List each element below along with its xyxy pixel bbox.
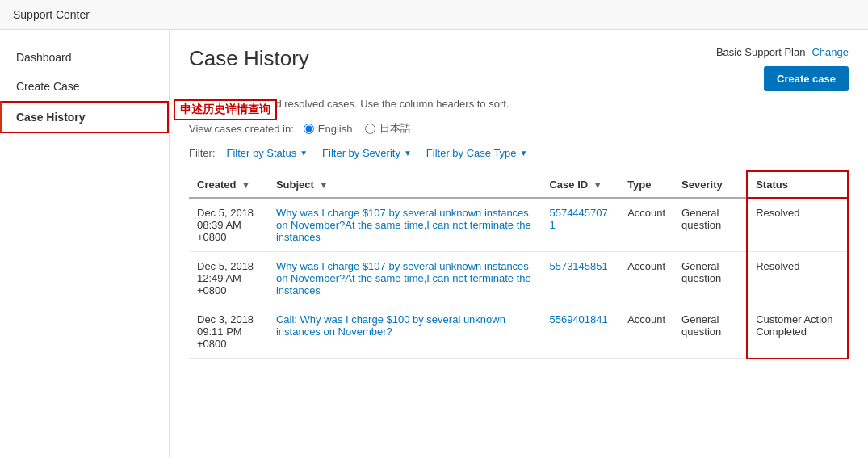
cell-created: Dec 5, 2018 12:49 AM +0800 xyxy=(189,252,268,305)
cell-severity: General question xyxy=(673,252,747,305)
table-row: Dec 5, 2018 12:49 AM +0800 Why was I cha… xyxy=(189,252,848,305)
sort-icon: ▼ xyxy=(241,180,250,190)
table-container: Created ▼ Subject ▼ Case ID ▼ Type xyxy=(189,170,849,359)
cell-status: Resolved xyxy=(747,252,848,305)
filter-row: Filter: Filter by Status ▼ Filter by Sev… xyxy=(189,145,849,161)
subject-link[interactable]: Why was I charge $107 by several unknown… xyxy=(276,207,531,243)
main-content: Case History Basic Support Plan Change C… xyxy=(170,30,868,457)
chevron-down-icon: ▼ xyxy=(300,149,308,158)
create-case-button[interactable]: Create case xyxy=(764,66,849,91)
cell-status: Customer Action Completed xyxy=(747,305,848,359)
cell-subject: Why was I charge $107 by several unknown… xyxy=(268,198,542,252)
support-plan: Basic Support Plan Change xyxy=(716,46,849,58)
cell-status: Resolved xyxy=(747,198,848,252)
header-right: Basic Support Plan Change Create case xyxy=(716,46,849,91)
sidebar-item-dashboard[interactable]: Dashboard xyxy=(0,43,169,72)
cell-subject: Why was I charge $107 by several unknown… xyxy=(268,252,542,305)
sort-icon: ▼ xyxy=(320,180,329,190)
radio-japanese[interactable] xyxy=(365,124,375,134)
col-severity: Severity xyxy=(673,171,747,198)
filter-by-status-button[interactable]: Filter by Status ▼ xyxy=(224,145,312,161)
cell-subject: Call: Why was I charge $100 by several u… xyxy=(268,305,542,359)
col-case-id[interactable]: Case ID ▼ xyxy=(541,171,619,198)
sort-icon: ▼ xyxy=(593,180,602,190)
language-label: View cases created in: xyxy=(189,123,294,135)
case-id-link[interactable]: 5569401841 xyxy=(549,313,607,326)
sidebar-item-case-history[interactable]: Case History xyxy=(0,101,169,133)
support-plan-change-link[interactable]: Change xyxy=(811,46,849,58)
language-option-english[interactable]: English xyxy=(304,123,353,135)
cell-severity: General question xyxy=(673,305,747,359)
filter-by-case-type-button[interactable]: Filter by Case Type ▼ xyxy=(423,145,531,161)
top-bar: Support Center xyxy=(0,0,868,30)
page-header: Case History Basic Support Plan Change C… xyxy=(189,46,849,91)
cell-type: Account xyxy=(619,198,673,252)
case-id-link[interactable]: 5574445707 1 xyxy=(549,207,607,231)
filter-by-severity-button[interactable]: Filter by Severity ▼ xyxy=(319,145,415,161)
col-created[interactable]: Created ▼ xyxy=(189,171,268,198)
case-id-link[interactable]: 5573145851 xyxy=(549,260,607,272)
cell-type: Account xyxy=(619,252,673,305)
subject-link[interactable]: Why was I charge $107 by several unknown… xyxy=(276,260,531,296)
table-row: Dec 3, 2018 09:11 PM +0800 Call: Why was… xyxy=(189,305,848,359)
language-radio-group: English 日本語 xyxy=(304,121,412,136)
annotation-sidebar: 申述历史详情查询 xyxy=(174,99,277,120)
cases-table: Created ▼ Subject ▼ Case ID ▼ Type xyxy=(189,170,849,359)
cell-case-id: 5569401841 xyxy=(541,305,619,359)
sidebar: Dashboard Create Case Case History 申述历史详… xyxy=(0,30,170,457)
app-title: Support Center xyxy=(13,8,90,21)
filter-label: Filter: xyxy=(189,147,216,159)
sidebar-item-create-case[interactable]: Create Case xyxy=(0,72,169,101)
table-row: Dec 5, 2018 08:39 AM +0800 Why was I cha… xyxy=(189,198,848,252)
table-header-row: Created ▼ Subject ▼ Case ID ▼ Type xyxy=(189,171,848,198)
cell-case-id: 5574445707 1 xyxy=(541,198,619,252)
cell-severity: General question xyxy=(673,198,747,252)
col-subject[interactable]: Subject ▼ xyxy=(268,171,542,198)
cell-created: Dec 3, 2018 09:11 PM +0800 xyxy=(189,305,268,359)
chevron-down-icon: ▼ xyxy=(520,149,528,158)
page-description: View your open and resolved cases. Use t… xyxy=(189,98,849,110)
cell-created: Dec 5, 2018 08:39 AM +0800 xyxy=(189,198,268,252)
support-plan-label: Basic Support Plan xyxy=(716,46,806,58)
col-type: Type xyxy=(619,171,673,198)
radio-english[interactable] xyxy=(304,124,314,134)
col-status: Status xyxy=(747,171,848,198)
language-option-japanese[interactable]: 日本語 xyxy=(365,121,411,136)
subject-link[interactable]: Call: Why was I charge $100 by several u… xyxy=(276,313,505,338)
language-selector-row: View cases created in: English 日本語 xyxy=(189,121,849,136)
page-title: Case History xyxy=(189,46,309,71)
chevron-down-icon: ▼ xyxy=(404,149,412,158)
cell-case-id: 5573145851 xyxy=(541,252,619,305)
cell-type: Account xyxy=(619,305,673,359)
